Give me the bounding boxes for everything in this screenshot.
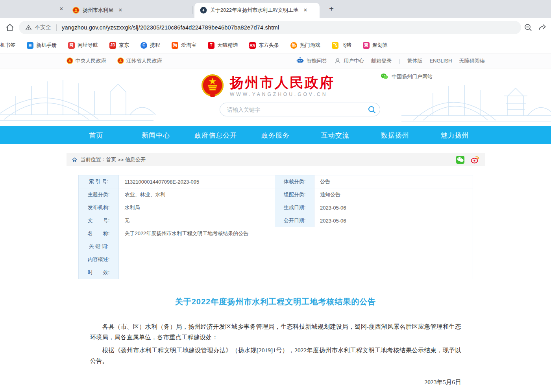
- divider: |: [399, 58, 400, 64]
- bookmark-tmall[interactable]: T 天猫精选: [208, 42, 238, 49]
- bookmarks-bar: 机书签 ≣ 新机手册 网 网址导航 JD 京东 C 携程 淘 爱淘宝 T 天猫精…: [0, 37, 551, 53]
- site-search: [220, 103, 380, 116]
- bookmark-label: 网址导航: [78, 42, 98, 49]
- ctrip-dolphin-icon: C: [141, 42, 147, 49]
- warning-icon: [25, 24, 32, 31]
- meta-label: 文 号:: [78, 214, 119, 227]
- smart-qa-link[interactable]: 智能问答: [296, 57, 327, 65]
- main-content: 当前位置： 首页 >> 信息公开 索 引 号: 1132100001440709…: [67, 153, 485, 392]
- nav-charm-yangzhou[interactable]: 魅力扬州: [425, 126, 485, 144]
- url-omnibox[interactable]: 不安全 yangzhou.gov.cn/yzszxxgk/slj/202305/…: [19, 21, 521, 34]
- nav-home[interactable]: 首页: [67, 126, 126, 144]
- gov-top-strip: 中央人民政府 江苏省人民政府 智能问答 用户中心 邮箱登录 | 繁体版: [0, 53, 551, 68]
- home-icon[interactable]: [5, 22, 15, 33]
- article-paragraph: 根据《扬州市水利工程文明工地建设管理办法》（扬水规[2019]1号），2022年…: [90, 345, 461, 366]
- traditional-chinese-link[interactable]: 繁体版: [407, 57, 422, 64]
- breadcrumb: 当前位置： 首页 >> 信息公开: [67, 153, 485, 166]
- link-central-government[interactable]: 中央人民政府: [67, 57, 106, 64]
- bookmark-label: 聚划算: [372, 42, 388, 49]
- tab-yangzhou-water-bureau[interactable]: 扬州市水利局 ✕: [67, 3, 192, 18]
- meta-value: 关于2022年度扬州市水利工程文明工地考核结果的公告: [119, 227, 473, 240]
- english-link[interactable]: ENGLISH: [429, 58, 452, 64]
- bookmark-fliggy[interactable]: 飞 飞猪: [332, 42, 351, 49]
- breadcrumb-section-link[interactable]: 信息公开: [125, 156, 146, 163]
- bookmark-site-navigation[interactable]: 网 网址导航: [68, 42, 98, 49]
- link-jiangsu-government[interactable]: 江苏省人民政府: [117, 57, 162, 64]
- game-icon: 热: [290, 42, 297, 49]
- browser-tab-bar: ✕ 扬州市水利局 ✕ 关于2022年度扬州市水利工程文明工地 ✕ +: [0, 0, 551, 18]
- bookmark-label: 天猫精选: [217, 42, 238, 49]
- bookmark-jd[interactable]: JD 京东: [109, 42, 129, 49]
- accessibility-link[interactable]: 无障碍阅读: [459, 57, 485, 64]
- nav-data-yangzhou[interactable]: 数据扬州: [365, 126, 425, 144]
- user-center-link[interactable]: 用户中心: [334, 57, 364, 64]
- bookmark-label: 新机手册: [36, 42, 57, 49]
- wechat-share-icon[interactable]: [456, 155, 465, 164]
- bookmark-aitaobao[interactable]: 淘 爱淘宝: [172, 42, 196, 49]
- bookmark-label: 机书签: [0, 42, 15, 49]
- table-row: 主题分类: 农业、林业、水利 组配分类: 通知公告: [78, 188, 473, 201]
- weibo-share-icon[interactable]: [470, 155, 480, 164]
- meta-label: 索 引 号:: [78, 175, 119, 188]
- search-icon: [367, 105, 377, 114]
- bookmark-eastday[interactable]: 东方 东方头条: [249, 42, 279, 49]
- meta-label: 组配分类:: [275, 188, 314, 201]
- national-emblem-icon: [117, 57, 124, 64]
- bookmark-phone-bookmarks[interactable]: 机书签: [0, 42, 15, 49]
- navigation-icon: 网: [68, 42, 75, 49]
- table-row: 时 效:: [78, 266, 473, 279]
- table-row: 内容概述:: [78, 253, 473, 266]
- gov-item-label: 邮箱登录: [371, 57, 392, 64]
- jd-icon: JD: [109, 42, 116, 49]
- robot-icon: [296, 57, 304, 65]
- nav-interaction[interactable]: 互动交流: [305, 126, 365, 144]
- meta-value: 公告: [314, 175, 473, 188]
- meta-label: 内容概述:: [78, 253, 119, 266]
- close-icon[interactable]: ✕: [57, 5, 65, 13]
- meta-value: 农业、林业、水利: [119, 188, 275, 201]
- meta-label: 名 称:: [78, 227, 119, 240]
- meta-label: 发布机构:: [78, 201, 119, 214]
- bookmark-label: 爱淘宝: [181, 42, 196, 49]
- bookmark-hot-games[interactable]: 热 热门游戏: [290, 42, 320, 49]
- close-icon[interactable]: ✕: [301, 6, 309, 14]
- nav-services[interactable]: 政务服务: [246, 126, 305, 144]
- document-meta-table: 索 引 号: 11321000014407098E-2023-095 体裁分类:…: [78, 175, 473, 279]
- bookmark-new-phone-manual[interactable]: ≣ 新机手册: [27, 42, 57, 49]
- meta-value: [119, 266, 473, 279]
- new-tab-button[interactable]: +: [326, 4, 337, 15]
- bookmark-ctrip[interactable]: C 携程: [141, 42, 160, 49]
- search-input[interactable]: [220, 107, 364, 113]
- breadcrumb-home-link[interactable]: 首页: [106, 156, 116, 163]
- bookmark-label: 热门游戏: [300, 42, 320, 49]
- tab-separator: [192, 6, 192, 14]
- meta-value: 无: [119, 214, 275, 227]
- meta-value: 通知公告: [314, 188, 473, 201]
- fliggy-pig-icon: 飞: [332, 42, 338, 49]
- portal-wechat-entry[interactable]: 中国扬州门户网站: [380, 72, 433, 81]
- site-logo[interactable]: 扬州市人民政府 WWW.YANGZHOU.GOV.CN: [200, 74, 335, 98]
- page-url[interactable]: yangzhou.gov.cn/yzszxxgk/slj/202305/210c…: [62, 24, 279, 31]
- omnibox-divider: [56, 24, 57, 31]
- search-button[interactable]: [364, 103, 380, 116]
- close-icon[interactable]: ✕: [116, 6, 124, 14]
- zoom-out-icon[interactable]: [523, 23, 533, 32]
- gov-item-label: ENGLISH: [429, 58, 452, 64]
- meta-label: 生成日期:: [275, 201, 314, 214]
- tab-title: 扬州市水利局: [83, 7, 113, 14]
- article-date: 2023年5月6日: [90, 378, 461, 386]
- share-icon[interactable]: [538, 23, 547, 32]
- table-row: 文 号: 无 公开日期: 2023-05-06: [78, 214, 473, 227]
- nav-info-disclosure[interactable]: 政府信息公开: [186, 126, 246, 144]
- juhuasuan-icon: 聚: [363, 42, 370, 49]
- taobao-icon: 淘: [172, 42, 178, 49]
- security-label[interactable]: 不安全: [35, 24, 51, 31]
- mail-login-link[interactable]: 邮箱登录: [371, 57, 392, 64]
- site-favicon: [200, 7, 207, 14]
- nav-news-center[interactable]: 新闻中心: [126, 126, 186, 144]
- gov-item-label: 用户中心: [344, 57, 364, 64]
- table-row: 索 引 号: 11321000014407098E-2023-095 体裁分类:…: [78, 175, 473, 188]
- site-banner: 扬州市人民政府 WWW.YANGZHOU.GOV.CN 中国扬州门户网站: [0, 68, 551, 126]
- tab-announcement-active[interactable]: 关于2022年度扬州市水利工程文明工地 ✕: [194, 3, 320, 18]
- bookmark-juhuasuan[interactable]: 聚 聚划算: [363, 42, 388, 49]
